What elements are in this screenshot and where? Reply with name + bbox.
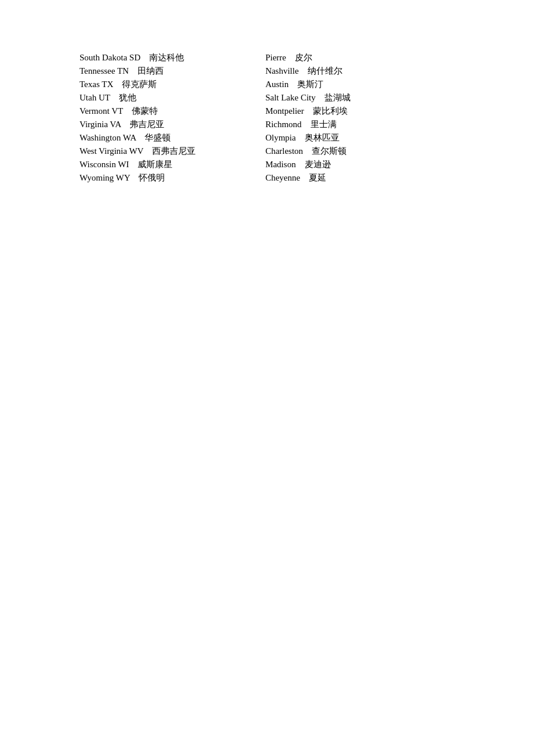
table-row: Vermont VT 佛蒙特Montpelier 蒙比利埃 [80,106,351,119]
capital-cell: Nashville 纳什维尔 [265,66,351,79]
capital-cell: Montpelier 蒙比利埃 [265,106,351,119]
state-name-cell: Virginia VA 弗吉尼亚 [80,119,265,132]
capital-cell: Salt Lake City 盐湖城 [265,92,351,106]
capital-cell: Olympia 奥林匹亚 [265,132,351,146]
capital-cell: Richmond 里士满 [265,119,351,132]
capital-cell: Austin 奥斯汀 [265,79,351,92]
table-row: Utah UT 犹他Salt Lake City 盐湖城 [80,92,351,106]
state-name-cell: Utah UT 犹他 [80,92,265,106]
state-name-cell: Washington WA 华盛顿 [80,132,265,146]
capital-cell: Cheyenne 夏延 [265,172,351,186]
table-row: West Virginia WV 西弗吉尼亚Charleston 查尔斯顿 [80,146,351,159]
state-name-cell: Vermont VT 佛蒙特 [80,106,265,119]
state-name-cell: West Virginia WV 西弗吉尼亚 [80,146,265,159]
state-capital-table: South Dakota SD 南达科他Pierre 皮尔Tennessee T… [80,52,351,186]
capital-cell: Pierre 皮尔 [265,52,351,66]
table-row: Texas TX 得克萨斯Austin 奥斯汀 [80,79,351,92]
state-name-cell: Texas TX 得克萨斯 [80,79,265,92]
table-row: Washington WA 华盛顿Olympia 奥林匹亚 [80,132,351,146]
capital-cell: Charleston 查尔斯顿 [265,146,351,159]
capital-cell: Madison 麦迪逊 [265,159,351,172]
table-row: Tennessee TN 田纳西Nashville 纳什维尔 [80,66,351,79]
state-name-cell: Tennessee TN 田纳西 [80,66,265,79]
table-row: Wyoming WY 怀俄明Cheyenne 夏延 [80,172,351,186]
state-name-cell: Wyoming WY 怀俄明 [80,172,265,186]
table-row: Virginia VA 弗吉尼亚Richmond 里士满 [80,119,351,132]
state-name-cell: South Dakota SD 南达科他 [80,52,265,66]
state-name-cell: Wisconsin WI 威斯康星 [80,159,265,172]
table-row: South Dakota SD 南达科他Pierre 皮尔 [80,52,351,66]
main-content: South Dakota SD 南达科他Pierre 皮尔Tennessee T… [0,0,534,186]
table-row: Wisconsin WI 威斯康星Madison 麦迪逊 [80,159,351,172]
